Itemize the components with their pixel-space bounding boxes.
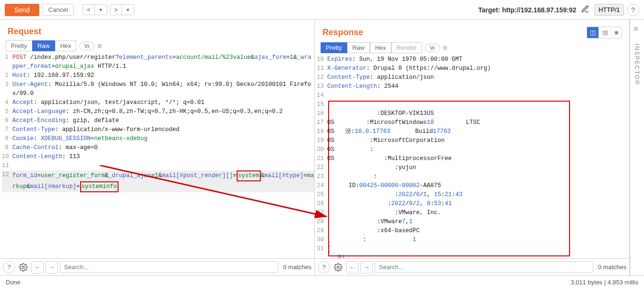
code-line[interactable]: 23 : xyxy=(317,172,629,181)
svg-point-0 xyxy=(22,266,25,268)
response-help-button[interactable]: ? xyxy=(318,261,330,273)
request-title: Request xyxy=(0,20,314,40)
tab-raw[interactable]: Raw xyxy=(32,40,55,51)
code-line[interactable]: 29 :x64-basedPC xyxy=(317,226,629,235)
status-bar: Done 3,011 bytes | 4,953 millis xyxy=(0,275,644,289)
history-back-menu[interactable]: ▼ xyxy=(94,5,107,15)
code-line[interactable]: 3User-Agent: Mozilla/5.0 (Windows NT 10.… xyxy=(2,80,314,98)
tab-raw[interactable]: Raw xyxy=(347,42,370,53)
newline-toggle[interactable]: \n xyxy=(425,44,440,52)
toolbar: Send Cancel < ▼ > ▼ Target: http://192.1… xyxy=(0,0,644,20)
code-line[interactable]: 16 :DESKTOP-VIK13US xyxy=(317,109,629,118)
request-search-prev[interactable]: ← xyxy=(31,261,44,273)
code-line[interactable]: 7Content-Type: application/x-www-form-ur… xyxy=(2,125,314,134)
layout-split-button[interactable]: ◫ xyxy=(587,27,598,38)
request-editor[interactable]: 1POST /index.php/user/register?element_p… xyxy=(0,53,314,258)
help-button[interactable]: ? xyxy=(627,4,639,16)
gear-icon xyxy=(334,263,342,272)
main-area: Request Pretty Raw Hex \n ≡ 1POST /index… xyxy=(0,20,644,275)
code-line[interactable]: 17OS :MicrosoftWindows10 LTSC xyxy=(317,118,629,127)
request-help-button[interactable]: ? xyxy=(3,261,15,273)
code-line[interactable]: 24 ID:00425-00000-00002-AA875 xyxy=(317,181,629,190)
cancel-button[interactable]: Cancel xyxy=(42,4,74,16)
request-footer: ? ← → 0 matches xyxy=(0,258,314,275)
request-search-next[interactable]: → xyxy=(46,261,58,273)
response-search-input[interactable] xyxy=(375,261,593,273)
code-line[interactable]: 12Content-Type: application/json xyxy=(317,73,629,82)
target-label: Target: http://192.168.97.159:92 xyxy=(478,6,576,14)
edit-target-button[interactable] xyxy=(579,3,591,17)
request-settings-button[interactable] xyxy=(17,261,29,273)
code-line[interactable]: 30 : 1 xyxy=(317,235,629,245)
code-line[interactable]: 12form_id=user_register_form&_drupal_aja… xyxy=(2,170,314,192)
response-tabs: Pretty Raw Hex Render \n ≡ xyxy=(315,42,629,55)
code-line[interactable]: 6Accept-Encoding: gzip, deflate xyxy=(2,116,314,125)
code-line[interactable]: 13Content-Length: 2544 xyxy=(317,82,629,91)
response-title: Response ◫ ▤ ■ xyxy=(315,20,629,42)
code-line[interactable]: 21OS :MultiprocessorFree xyxy=(317,154,629,163)
response-menu-button[interactable]: ≡ xyxy=(443,44,447,52)
code-line[interactable]: 19OS :MicrosoftCorporation xyxy=(317,136,629,145)
http-version-button[interactable]: HTTP/1 xyxy=(594,4,624,16)
tab-pretty[interactable]: Pretty xyxy=(321,42,347,53)
response-matches: 0 matches xyxy=(595,264,626,271)
response-editor[interactable]: 10Expires: Sun, 19 Nov 1978 05:00:00 GMT… xyxy=(315,55,629,258)
response-search-next[interactable]: → xyxy=(360,261,373,273)
pencil-icon xyxy=(581,5,589,13)
svg-point-1 xyxy=(337,266,340,268)
code-line[interactable]: 11 xyxy=(2,161,314,170)
inspector-toggle-icon[interactable]: ≡ xyxy=(630,20,644,38)
layout-buttons: ◫ ▤ ■ xyxy=(587,27,622,38)
code-line[interactable]: 27 :VMware, Inc. xyxy=(317,208,629,217)
response-settings-button[interactable] xyxy=(332,261,344,273)
code-line[interactable]: 26 :2022/8/2, 8:53:41 xyxy=(317,199,629,208)
code-line[interactable]: 8Cookie: XDEBUG_SESSION=netbeans-xdebug xyxy=(2,134,314,143)
tab-hex[interactable]: Hex xyxy=(370,42,391,53)
request-search-input[interactable] xyxy=(60,261,278,273)
request-tabs: Pretty Raw Hex \n ≡ xyxy=(0,40,314,53)
layout-stack-button[interactable]: ▤ xyxy=(599,27,611,38)
code-line[interactable]: 28 :VMware7,1 xyxy=(317,217,629,226)
inspector-label: INSPECTOR xyxy=(630,38,644,91)
response-footer: ? ← → 0 matches xyxy=(315,258,629,275)
status-left: Done xyxy=(6,279,20,286)
code-line[interactable]: 20OS : xyxy=(317,145,629,154)
newline-toggle[interactable]: \n xyxy=(79,42,94,50)
status-right: 3,011 bytes | 4,953 millis xyxy=(570,279,638,286)
code-line[interactable]: 25 :2022/6/1, 15:21:43 xyxy=(317,190,629,199)
tab-pretty[interactable]: Pretty xyxy=(6,40,32,51)
code-line[interactable]: 15 xyxy=(317,100,629,109)
response-search-prev[interactable]: ← xyxy=(346,261,359,273)
send-button[interactable]: Send xyxy=(5,4,39,16)
request-matches: 0 matches xyxy=(280,264,312,271)
layout-single-button[interactable]: ■ xyxy=(612,27,621,38)
code-line[interactable]: 18OS 汾:10.0.17763 Build17763 xyxy=(317,127,629,136)
code-line[interactable]: 1POST /index.php/user/register?element_p… xyxy=(2,53,314,71)
code-line[interactable]: 2Host: 192.168.97.159:92 xyxy=(2,71,314,80)
history-forward-menu[interactable]: ▼ xyxy=(121,5,134,15)
tab-render[interactable]: Render xyxy=(391,42,422,53)
code-line[interactable]: 4Accept: application/json, text/javascri… xyxy=(2,98,314,107)
code-line[interactable]: 9Cache-Control: max-age=0 xyxy=(2,143,314,152)
code-line[interactable]: 5Accept-Language: zh-CN,zh;q=0.8,zh-TW;q… xyxy=(2,107,314,116)
history-back-group: < ▼ xyxy=(83,4,107,15)
history-forward-button[interactable]: > xyxy=(110,5,122,15)
code-line[interactable]: 31[ xyxy=(317,245,629,254)
gear-icon xyxy=(19,263,28,272)
inspector-sidebar[interactable]: ≡ INSPECTOR xyxy=(630,20,644,275)
request-menu-button[interactable]: ≡ xyxy=(97,42,101,50)
code-line[interactable]: 10Expires: Sun, 19 Nov 1978 05:00:00 GMT xyxy=(317,55,629,64)
response-pane: Response ◫ ▤ ■ Pretty Raw Hex Render \n … xyxy=(315,20,630,275)
code-line[interactable]: 01 xyxy=(317,254,629,258)
code-line[interactable]: 10Content-Length: 113 xyxy=(2,152,314,161)
history-back-button[interactable]: < xyxy=(83,5,94,15)
tab-hex[interactable]: Hex xyxy=(55,40,76,51)
history-forward-group: > ▼ xyxy=(110,4,135,15)
code-line[interactable]: 22 :yujun xyxy=(317,163,629,172)
code-line[interactable]: 14 xyxy=(317,91,629,100)
request-pane: Request Pretty Raw Hex \n ≡ 1POST /index… xyxy=(0,20,315,275)
code-line[interactable]: 11X-Generator: Drupal 8 (https://www.dru… xyxy=(317,64,629,73)
